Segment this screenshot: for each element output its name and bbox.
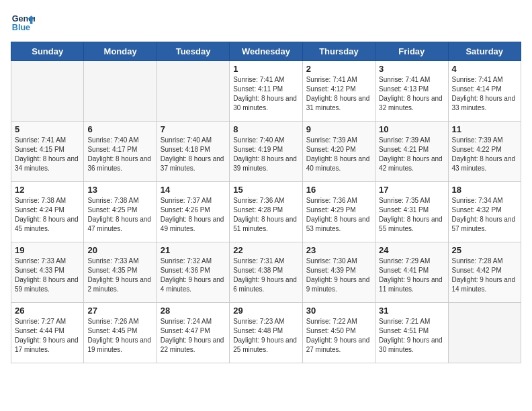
week-row-3: 12Sunrise: 7:38 AM Sunset: 4:24 PM Dayli… xyxy=(11,182,521,242)
day-info: Sunrise: 7:39 AM Sunset: 4:20 PM Dayligh… xyxy=(306,136,371,173)
day-cell: 23Sunrise: 7:30 AM Sunset: 4:39 PM Dayli… xyxy=(302,242,375,303)
day-cell: 25Sunrise: 7:28 AM Sunset: 4:42 PM Dayli… xyxy=(448,242,521,303)
day-number: 13 xyxy=(87,185,152,195)
day-info: Sunrise: 7:41 AM Sunset: 4:12 PM Dayligh… xyxy=(306,75,371,113)
day-cell: 8Sunrise: 7:40 AM Sunset: 4:19 PM Daylig… xyxy=(230,122,302,182)
day-info: Sunrise: 7:28 AM Sunset: 4:42 PM Dayligh… xyxy=(452,257,517,294)
day-cell: 31Sunrise: 7:21 AM Sunset: 4:51 PM Dayli… xyxy=(375,303,448,363)
day-cell: 26Sunrise: 7:27 AM Sunset: 4:44 PM Dayli… xyxy=(11,303,84,363)
day-cell: 4Sunrise: 7:41 AM Sunset: 4:14 PM Daylig… xyxy=(448,61,521,122)
day-number: 27 xyxy=(87,306,152,316)
day-info: Sunrise: 7:41 AM Sunset: 4:15 PM Dayligh… xyxy=(15,136,80,173)
day-cell xyxy=(448,303,521,363)
day-info: Sunrise: 7:41 AM Sunset: 4:11 PM Dayligh… xyxy=(233,75,298,113)
day-cell: 1Sunrise: 7:41 AM Sunset: 4:11 PM Daylig… xyxy=(230,61,302,122)
day-number: 11 xyxy=(452,124,517,134)
day-info: Sunrise: 7:30 AM Sunset: 4:39 PM Dayligh… xyxy=(306,257,371,294)
day-info: Sunrise: 7:34 AM Sunset: 4:32 PM Dayligh… xyxy=(452,196,517,234)
week-row-5: 26Sunrise: 7:27 AM Sunset: 4:44 PM Dayli… xyxy=(11,303,521,363)
day-number: 30 xyxy=(306,306,371,316)
day-number: 25 xyxy=(452,245,517,255)
page-header: General Blue xyxy=(11,11,521,35)
day-number: 31 xyxy=(379,306,444,316)
header-sunday: Sunday xyxy=(11,42,84,61)
day-cell: 28Sunrise: 7:24 AM Sunset: 4:47 PM Dayli… xyxy=(157,303,229,363)
day-number: 8 xyxy=(233,124,298,134)
day-number: 6 xyxy=(87,124,152,134)
calendar-table: SundayMondayTuesdayWednesdayThursdayFrid… xyxy=(11,42,521,363)
header-saturday: Saturday xyxy=(448,42,521,61)
day-cell xyxy=(84,61,157,122)
day-info: Sunrise: 7:36 AM Sunset: 4:28 PM Dayligh… xyxy=(233,196,298,234)
day-number: 29 xyxy=(233,306,298,316)
day-info: Sunrise: 7:21 AM Sunset: 4:51 PM Dayligh… xyxy=(379,317,444,355)
day-info: Sunrise: 7:35 AM Sunset: 4:31 PM Dayligh… xyxy=(379,196,444,234)
day-number: 1 xyxy=(233,64,298,74)
day-cell: 16Sunrise: 7:36 AM Sunset: 4:29 PM Dayli… xyxy=(302,182,375,242)
day-number: 18 xyxy=(452,185,517,195)
day-cell xyxy=(157,61,229,122)
day-cell: 14Sunrise: 7:37 AM Sunset: 4:26 PM Dayli… xyxy=(157,182,229,242)
day-cell: 18Sunrise: 7:34 AM Sunset: 4:32 PM Dayli… xyxy=(448,182,521,242)
day-cell: 7Sunrise: 7:40 AM Sunset: 4:18 PM Daylig… xyxy=(157,122,229,182)
day-cell: 13Sunrise: 7:38 AM Sunset: 4:25 PM Dayli… xyxy=(84,182,157,242)
day-number: 10 xyxy=(379,124,444,134)
day-info: Sunrise: 7:29 AM Sunset: 4:41 PM Dayligh… xyxy=(379,257,444,294)
day-info: Sunrise: 7:33 AM Sunset: 4:33 PM Dayligh… xyxy=(15,257,80,294)
day-cell: 29Sunrise: 7:23 AM Sunset: 4:48 PM Dayli… xyxy=(230,303,302,363)
header-thursday: Thursday xyxy=(302,42,375,61)
day-number: 17 xyxy=(379,185,444,195)
day-number: 7 xyxy=(161,124,226,134)
day-number: 20 xyxy=(87,245,152,255)
day-cell: 30Sunrise: 7:22 AM Sunset: 4:50 PM Dayli… xyxy=(302,303,375,363)
day-number: 15 xyxy=(233,185,298,195)
svg-text:Blue: Blue xyxy=(12,23,30,32)
day-number: 9 xyxy=(306,124,371,134)
day-cell: 11Sunrise: 7:39 AM Sunset: 4:22 PM Dayli… xyxy=(448,122,521,182)
header-monday: Monday xyxy=(84,42,157,61)
day-cell: 3Sunrise: 7:41 AM Sunset: 4:13 PM Daylig… xyxy=(375,61,448,122)
day-cell: 24Sunrise: 7:29 AM Sunset: 4:41 PM Dayli… xyxy=(375,242,448,303)
day-number: 16 xyxy=(306,185,371,195)
logo: General Blue xyxy=(11,11,35,35)
logo-icon: General Blue xyxy=(11,11,35,35)
day-info: Sunrise: 7:41 AM Sunset: 4:14 PM Dayligh… xyxy=(452,75,517,113)
day-number: 2 xyxy=(306,64,371,74)
day-info: Sunrise: 7:24 AM Sunset: 4:47 PM Dayligh… xyxy=(161,317,226,355)
day-info: Sunrise: 7:39 AM Sunset: 4:22 PM Dayligh… xyxy=(452,136,517,173)
day-number: 22 xyxy=(233,245,298,255)
day-info: Sunrise: 7:23 AM Sunset: 4:48 PM Dayligh… xyxy=(233,317,298,355)
day-cell: 22Sunrise: 7:31 AM Sunset: 4:38 PM Dayli… xyxy=(230,242,302,303)
day-cell: 20Sunrise: 7:33 AM Sunset: 4:35 PM Dayli… xyxy=(84,242,157,303)
day-cell: 2Sunrise: 7:41 AM Sunset: 4:12 PM Daylig… xyxy=(302,61,375,122)
day-info: Sunrise: 7:33 AM Sunset: 4:35 PM Dayligh… xyxy=(87,257,152,294)
week-row-4: 19Sunrise: 7:33 AM Sunset: 4:33 PM Dayli… xyxy=(11,242,521,303)
day-info: Sunrise: 7:37 AM Sunset: 4:26 PM Dayligh… xyxy=(161,196,226,234)
header-wednesday: Wednesday xyxy=(230,42,302,61)
week-row-2: 5Sunrise: 7:41 AM Sunset: 4:15 PM Daylig… xyxy=(11,122,521,182)
day-info: Sunrise: 7:22 AM Sunset: 4:50 PM Dayligh… xyxy=(306,317,371,355)
day-info: Sunrise: 7:31 AM Sunset: 4:38 PM Dayligh… xyxy=(233,257,298,294)
day-cell: 15Sunrise: 7:36 AM Sunset: 4:28 PM Dayli… xyxy=(230,182,302,242)
day-info: Sunrise: 7:38 AM Sunset: 4:25 PM Dayligh… xyxy=(87,196,152,234)
day-cell: 27Sunrise: 7:26 AM Sunset: 4:45 PM Dayli… xyxy=(84,303,157,363)
day-info: Sunrise: 7:36 AM Sunset: 4:29 PM Dayligh… xyxy=(306,196,371,234)
day-number: 12 xyxy=(15,185,80,195)
day-number: 4 xyxy=(452,64,517,74)
day-info: Sunrise: 7:39 AM Sunset: 4:21 PM Dayligh… xyxy=(379,136,444,173)
day-number: 23 xyxy=(306,245,371,255)
day-cell: 19Sunrise: 7:33 AM Sunset: 4:33 PM Dayli… xyxy=(11,242,84,303)
day-number: 28 xyxy=(161,306,226,316)
day-info: Sunrise: 7:38 AM Sunset: 4:24 PM Dayligh… xyxy=(15,196,80,234)
day-info: Sunrise: 7:40 AM Sunset: 4:19 PM Dayligh… xyxy=(233,136,298,173)
day-number: 19 xyxy=(15,245,80,255)
day-info: Sunrise: 7:32 AM Sunset: 4:36 PM Dayligh… xyxy=(161,257,226,294)
day-number: 26 xyxy=(15,306,80,316)
day-number: 21 xyxy=(161,245,226,255)
day-number: 3 xyxy=(379,64,444,74)
day-cell: 10Sunrise: 7:39 AM Sunset: 4:21 PM Dayli… xyxy=(375,122,448,182)
week-row-1: 1Sunrise: 7:41 AM Sunset: 4:11 PM Daylig… xyxy=(11,61,521,122)
day-number: 14 xyxy=(161,185,226,195)
day-info: Sunrise: 7:41 AM Sunset: 4:13 PM Dayligh… xyxy=(379,75,444,113)
day-info: Sunrise: 7:40 AM Sunset: 4:18 PM Dayligh… xyxy=(161,136,226,173)
